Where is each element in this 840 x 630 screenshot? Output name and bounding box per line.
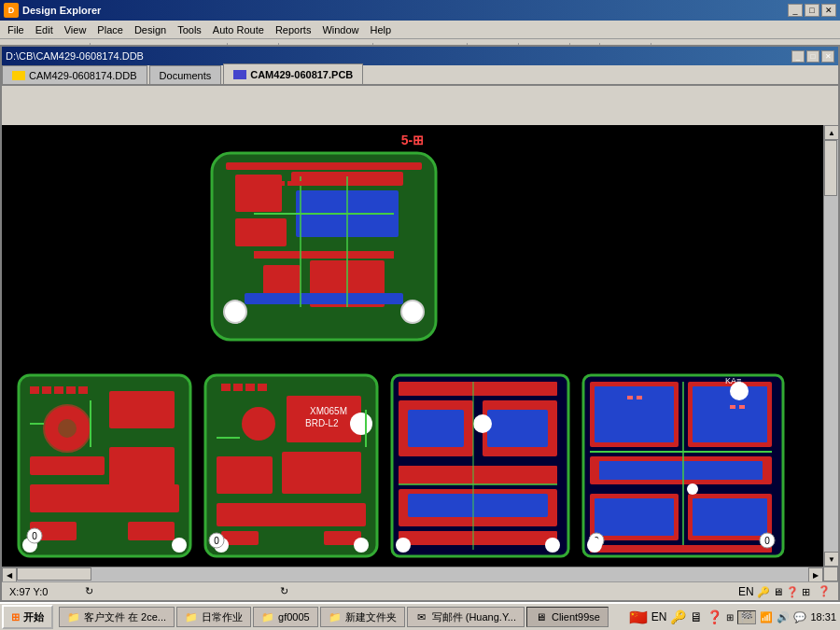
svg-rect-103	[730, 405, 735, 409]
taskbar-en-label: EN	[651, 610, 667, 623]
app-title: Design Explorer	[22, 5, 101, 16]
svg-rect-28	[78, 386, 88, 394]
scrollbar-vertical[interactable]: ▲ ▼	[823, 125, 838, 567]
menu-help[interactable]: Help	[365, 22, 398, 37]
svg-rect-27	[66, 386, 76, 394]
pcb-board-b3	[389, 372, 571, 559]
svg-rect-54	[217, 503, 366, 526]
taskbar-item-2[interactable]: 📁 gf0005	[253, 607, 318, 627]
svg-rect-104	[739, 405, 745, 409]
svg-rect-101	[627, 396, 633, 399]
start-button[interactable]: ⊞ 开始	[2, 605, 53, 629]
svg-point-75	[396, 538, 411, 553]
scroll-right-button[interactable]: ▶	[808, 567, 823, 582]
scroll-down-button[interactable]: ▼	[824, 552, 839, 567]
tab-pcb[interactable]: CAM429-060817.PCB	[223, 63, 363, 84]
tab-documents[interactable]: Documents	[149, 65, 222, 84]
svg-text:0: 0	[214, 536, 219, 546]
taskbar-flag: 🇨🇳	[629, 609, 648, 626]
menu-design[interactable]: Design	[129, 22, 172, 37]
taskbar-flags: 🏁	[737, 610, 756, 624]
pcb-board-b2: XM065M BRD-L2 0	[203, 372, 380, 559]
svg-rect-11	[245, 293, 403, 304]
inner-close-button[interactable]: ✕	[821, 50, 834, 63]
menu-tools[interactable]: Tools	[172, 22, 207, 37]
taskbar-icon-0: 📁	[67, 610, 80, 623]
svg-rect-1	[226, 162, 422, 170]
svg-rect-85	[599, 461, 763, 480]
scroll-h-thumb[interactable]	[17, 567, 91, 581]
scroll-v-track[interactable]	[824, 140, 838, 552]
svg-rect-31	[109, 391, 175, 428]
taskbar-label-4: 写邮件 (Huang.Y...	[432, 610, 516, 624]
inner-content: 5-⊞	[2, 86, 838, 600]
menu-reports[interactable]: Reports	[270, 22, 317, 37]
taskbar-icon-4: ✉	[415, 610, 428, 623]
taskbar-label-2: gf0005	[278, 611, 310, 623]
inner-maximize-button[interactable]: □	[806, 50, 819, 63]
svg-rect-89	[693, 498, 767, 536]
maximize-button[interactable]: □	[805, 4, 819, 17]
scroll-up-button[interactable]: ▲	[824, 125, 839, 140]
svg-rect-83	[693, 386, 767, 442]
svg-text:0: 0	[764, 536, 770, 546]
svg-rect-68	[408, 410, 464, 447]
tray-icon-3: ❓	[707, 609, 722, 624]
taskbar-item-0[interactable]: 📁 客户文件 在 2ce...	[59, 607, 175, 627]
taskbar-icon-1: 📁	[185, 610, 198, 623]
svg-rect-20	[329, 181, 336, 186]
taskbar-clock: 18:31	[810, 611, 836, 623]
svg-rect-53	[282, 452, 361, 494]
menu-view[interactable]: View	[59, 22, 92, 37]
close-button[interactable]: ✕	[821, 4, 836, 17]
scroll-left-button[interactable]: ◀	[2, 567, 17, 582]
tray-dots: ⊞	[726, 612, 734, 623]
coordinates-display: X:97 Y:0	[9, 586, 48, 597]
svg-rect-65	[399, 382, 557, 396]
svg-rect-45	[233, 384, 243, 391]
title-bar-left: D Design Explorer	[4, 3, 101, 18]
taskbar-item-5[interactable]: 🖥 Client99se	[526, 607, 609, 627]
minimize-button[interactable]: _	[788, 4, 803, 17]
svg-rect-69	[487, 410, 548, 447]
pcb-label-top: 5-⊞	[401, 133, 424, 147]
scroll-corner	[823, 567, 838, 581]
title-bar-controls: _ □ ✕	[788, 4, 836, 17]
svg-rect-21	[339, 181, 346, 186]
svg-rect-15	[277, 181, 285, 186]
menu-autoroute[interactable]: Auto Route	[207, 22, 270, 37]
start-label: 开始	[23, 610, 44, 624]
inner-minimize-button[interactable]: _	[791, 50, 805, 63]
inner-window-title: D:\CB\CAM429-0608174.DDB	[6, 50, 144, 62]
taskbar-label-1: 日常作业	[202, 610, 243, 624]
taskbar-item-4[interactable]: ✉ 写邮件 (Huang.Y...	[407, 607, 525, 627]
app-icon: D	[4, 3, 19, 18]
menu-window[interactable]: Window	[316, 22, 364, 37]
title-bar: D Design Explorer _ □ ✕	[0, 0, 840, 21]
pcb-canvas[interactable]: 5-⊞	[2, 125, 823, 567]
taskbar-item-1[interactable]: 📁 日常作业	[176, 607, 251, 627]
menu-place[interactable]: Place	[91, 22, 129, 37]
menu-file[interactable]: File	[2, 22, 30, 37]
tray-network: 📶	[760, 611, 773, 623]
scrollbar-horizontal[interactable]: ◀ ▶	[2, 567, 823, 581]
svg-rect-8	[254, 251, 394, 259]
pcb-board-b4: 0 0 KA≡	[581, 372, 786, 559]
svg-text:0: 0	[32, 531, 37, 541]
svg-rect-24	[30, 386, 39, 394]
scroll-v-thumb[interactable]	[824, 140, 837, 196]
taskbar-icon-5: 🖥	[535, 610, 548, 623]
tab-ddb[interactable]: CAM429-0608174.DDB	[2, 65, 147, 84]
svg-rect-36	[128, 522, 175, 540]
taskbar-right: 🇨🇳 EN 🔑 🖥 ❓ ⊞ 🏁 📶 🔊 💬 18:31	[625, 609, 840, 626]
svg-rect-26	[54, 386, 63, 394]
svg-rect-25	[42, 386, 51, 394]
scroll-h-track[interactable]	[17, 567, 808, 581]
pcb-board-bl: 0	[16, 372, 193, 559]
svg-point-74	[473, 414, 492, 433]
svg-rect-34	[30, 484, 179, 512]
menu-edit[interactable]: Edit	[30, 22, 59, 37]
taskbar-icon-2: 📁	[261, 610, 274, 623]
svg-point-59	[354, 538, 369, 553]
taskbar-item-3[interactable]: 📁 新建文件夹	[320, 607, 405, 627]
